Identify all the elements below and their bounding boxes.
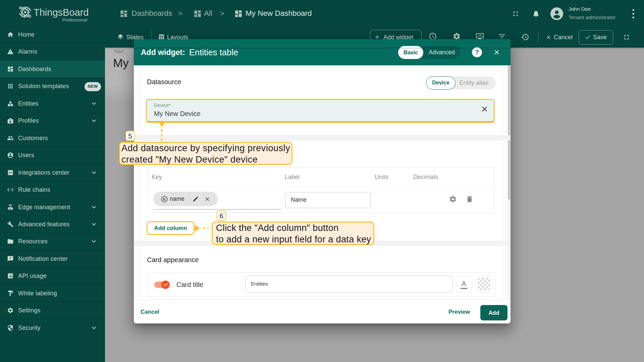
svg-text:E: E — [163, 197, 166, 201]
